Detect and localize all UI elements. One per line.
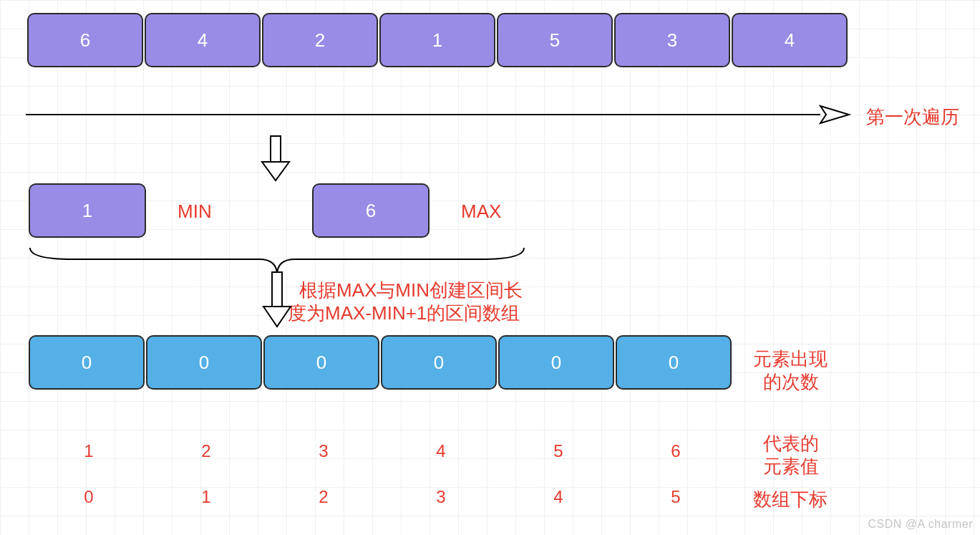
down-arrow-after-pass — [258, 136, 293, 182]
value-label: 1 — [74, 441, 103, 461]
index-label: 0 — [74, 487, 103, 507]
create-text-line2: 度为MAX-MIN+1的区间数组 — [288, 301, 520, 326]
first-pass-arrow — [26, 100, 849, 129]
input-cell: 4 — [732, 13, 848, 67]
max-box: 6 — [312, 183, 430, 238]
value-label: 6 — [661, 441, 690, 461]
values-label-line1: 代表的 — [763, 431, 819, 456]
input-cell: 3 — [614, 13, 730, 67]
index-label: 3 — [427, 487, 455, 507]
count-cell: 0 — [381, 335, 497, 390]
svg-marker-3 — [262, 162, 289, 180]
max-label: MAX — [461, 201, 501, 223]
count-cell: 0 — [29, 335, 145, 390]
value-label: 3 — [309, 441, 338, 461]
svg-rect-4 — [272, 272, 282, 307]
svg-marker-1 — [820, 106, 849, 123]
index-label: 4 — [544, 487, 573, 507]
input-cell: 1 — [379, 13, 495, 67]
count-cell: 0 — [498, 335, 614, 390]
count-cell: 0 — [263, 335, 379, 390]
count-array-row: 0 0 0 0 0 0 — [29, 335, 732, 390]
down-arrow-to-count — [259, 272, 295, 328]
count-label-line2: 的次数 — [763, 370, 819, 395]
count-cell: 0 — [146, 335, 262, 390]
index-label: 1 — [192, 487, 220, 507]
value-label: 2 — [192, 441, 220, 461]
count-label-line1: 元素出现 — [753, 347, 828, 372]
create-text-line1: 根据MAX与MIN创建区间长 — [299, 278, 523, 303]
first-pass-label: 第一次遍历 — [866, 105, 959, 130]
count-cell: 0 — [616, 335, 732, 390]
min-box: 1 — [29, 183, 146, 238]
input-cell: 5 — [497, 13, 613, 67]
input-cell: 4 — [145, 13, 261, 67]
index-label: 5 — [661, 487, 690, 507]
svg-rect-2 — [271, 136, 281, 162]
index-label: 2 — [309, 487, 338, 507]
svg-marker-5 — [263, 307, 291, 327]
input-array-row: 6 4 2 1 5 3 4 — [27, 13, 848, 67]
input-cell: 2 — [262, 13, 378, 67]
input-cell: 6 — [27, 13, 143, 67]
min-label: MIN — [178, 201, 212, 223]
value-label: 5 — [544, 441, 573, 461]
values-label-line2: 元素值 — [763, 454, 819, 479]
index-row-label: 数组下标 — [753, 487, 828, 512]
watermark: CSDN @A charmer — [868, 518, 973, 531]
value-label: 4 — [427, 441, 455, 461]
